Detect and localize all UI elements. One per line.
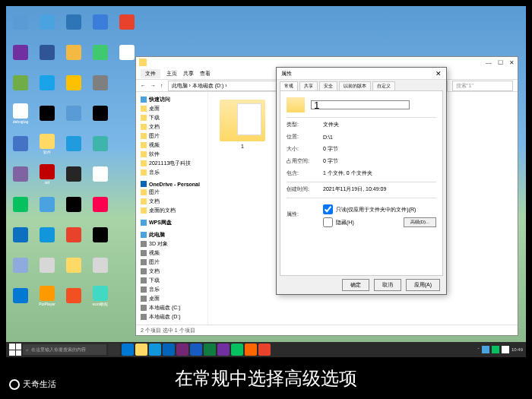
desktop-icon[interactable]: debuglog xyxy=(9,100,32,126)
taskbar-app-icon[interactable] xyxy=(108,344,120,356)
taskbar-search[interactable]: ⌕ 在这里输入你要搜索的内容 xyxy=(23,344,106,355)
sidebar-item[interactable]: 本地磁盘 (C:) xyxy=(139,303,204,312)
apply-button[interactable]: 应用(A) xyxy=(406,279,440,291)
sidebar-item[interactable]: 下载 xyxy=(139,113,204,122)
sidebar-item[interactable]: 文档 xyxy=(139,122,204,131)
desktop-icon[interactable] xyxy=(36,100,59,126)
taskbar-app-icon[interactable] xyxy=(135,344,147,356)
desktop-icon[interactable] xyxy=(89,192,112,217)
desktop-icon[interactable]: wit xyxy=(36,161,59,187)
start-button[interactable] xyxy=(9,344,21,356)
folder-name-input[interactable] xyxy=(311,100,410,109)
desktop-icon[interactable] xyxy=(62,9,85,35)
sidebar-item[interactable]: 下载 xyxy=(139,276,204,285)
close-button[interactable]: ✕ xyxy=(509,59,515,66)
desktop-icon[interactable]: PotPlayer xyxy=(36,283,59,309)
desktop-icon[interactable] xyxy=(62,100,85,126)
dialog-tab[interactable]: 常规 xyxy=(280,81,298,90)
sidebar-item[interactable]: 视频 xyxy=(139,249,204,258)
tray-time[interactable]: 10:49 xyxy=(511,347,523,352)
desktop-icon[interactable] xyxy=(9,283,32,309)
desktop-icon[interactable] xyxy=(89,131,112,157)
taskbar-app-icon[interactable] xyxy=(176,344,188,356)
sidebar-item[interactable]: WPS网盘 xyxy=(139,218,204,227)
taskbar-app-icon[interactable] xyxy=(149,344,161,356)
desktop-icon[interactable] xyxy=(89,70,112,96)
dialog-tab[interactable]: 共享 xyxy=(299,81,318,90)
desktop-icon[interactable] xyxy=(89,40,112,65)
desktop-icon[interactable] xyxy=(36,222,59,248)
tray-chevron-icon[interactable]: ˄ xyxy=(477,347,480,353)
sidebar-item[interactable]: 本地磁盘 (D:) xyxy=(139,312,204,321)
sidebar-item[interactable]: 桌面的文档 xyxy=(139,206,204,215)
folder-item[interactable]: 1 xyxy=(216,100,269,160)
maximize-button[interactable]: ☐ xyxy=(498,59,503,66)
desktop-icon[interactable] xyxy=(9,161,32,187)
desktop-icon[interactable] xyxy=(62,283,85,309)
sidebar-item[interactable]: 视频 xyxy=(139,141,204,150)
desktop-icon[interactable] xyxy=(62,222,85,248)
sidebar-item[interactable]: 2021113电子科技 xyxy=(139,159,204,168)
sidebar-item[interactable]: 音乐 xyxy=(139,285,204,294)
taskbar-app-icon[interactable] xyxy=(122,344,134,356)
dialog-close-button[interactable]: ✕ xyxy=(435,70,442,78)
sidebar-item[interactable]: 文档 xyxy=(139,197,204,206)
desktop-icon[interactable] xyxy=(9,222,32,248)
desktop-icon[interactable]: word教程 xyxy=(89,283,112,309)
nav-up-icon[interactable]: ↑ xyxy=(160,83,163,88)
desktop-icon[interactable] xyxy=(62,40,85,65)
explorer-search-input[interactable]: 搜索"1" xyxy=(452,81,513,91)
nav-forward-icon[interactable]: → xyxy=(150,83,156,88)
desktop-icon[interactable] xyxy=(89,9,112,35)
taskbar-app-icon[interactable] xyxy=(163,344,175,356)
cancel-button[interactable]: 取消 xyxy=(374,279,401,291)
desktop-icon[interactable]: 软件 xyxy=(36,131,59,157)
nav-back-icon[interactable]: ← xyxy=(141,83,146,88)
taskbar-app-icon[interactable] xyxy=(245,344,257,356)
desktop-icon[interactable] xyxy=(89,100,112,126)
sidebar-item[interactable]: 桌面 xyxy=(139,104,204,113)
desktop-icon[interactable] xyxy=(36,252,59,278)
ribbon-tab-share[interactable]: 共享 xyxy=(183,70,194,78)
desktop-icon[interactable] xyxy=(36,9,59,35)
tray-icon[interactable] xyxy=(492,346,499,353)
taskbar-app-icon[interactable] xyxy=(190,344,202,356)
minimize-button[interactable]: — xyxy=(486,59,492,66)
ribbon-tab-view[interactable]: 查看 xyxy=(200,70,211,78)
desktop-icon[interactable] xyxy=(89,222,112,248)
desktop-icon[interactable] xyxy=(36,192,59,217)
sidebar-item[interactable]: 图片 xyxy=(139,131,204,141)
desktop-icon[interactable] xyxy=(9,252,32,278)
desktop-icon[interactable] xyxy=(9,131,32,157)
sidebar-item[interactable]: 图片 xyxy=(139,188,204,197)
sidebar-item[interactable]: 快速访问 xyxy=(139,95,204,104)
tray-icon[interactable] xyxy=(482,346,489,353)
advanced-button[interactable]: 高级(D)... xyxy=(404,217,436,227)
desktop-icon[interactable] xyxy=(62,161,85,187)
desktop-icon[interactable] xyxy=(36,40,59,65)
desktop-icon[interactable] xyxy=(9,70,32,96)
dialog-titlebar[interactable]: 属性 ✕ xyxy=(277,68,446,80)
taskbar-app-icon[interactable] xyxy=(217,344,230,356)
sidebar-item[interactable]: 软件 xyxy=(139,150,204,159)
desktop-icon[interactable] xyxy=(116,9,138,35)
sidebar-item[interactable]: 3D 对象 xyxy=(139,239,204,249)
desktop-icon[interactable] xyxy=(62,131,85,157)
desktop-icon[interactable] xyxy=(9,192,32,217)
taskbar-app-icon[interactable] xyxy=(231,344,243,356)
desktop-icon[interactable] xyxy=(62,70,85,96)
taskbar-app-icon[interactable] xyxy=(204,344,216,356)
hidden-checkbox[interactable] xyxy=(323,217,333,227)
taskbar-app-icon[interactable] xyxy=(258,344,271,356)
explorer-titlebar[interactable]: — ☐ ✕ xyxy=(136,57,518,68)
sidebar-item[interactable]: OneDrive - Personal xyxy=(139,180,204,188)
system-tray[interactable]: ˄ 10:49 xyxy=(477,346,523,353)
ribbon-tab-home[interactable]: 主页 xyxy=(166,70,177,78)
sidebar-item[interactable]: 桌面 xyxy=(139,294,204,303)
ribbon-tab-file[interactable]: 文件 xyxy=(141,69,160,78)
sidebar-item[interactable]: 音乐 xyxy=(139,168,204,177)
sidebar-item[interactable]: 文档 xyxy=(139,267,204,276)
dialog-tab[interactable]: 安全 xyxy=(319,81,337,90)
desktop-icon[interactable] xyxy=(9,40,32,65)
tray-icon[interactable] xyxy=(502,346,509,353)
